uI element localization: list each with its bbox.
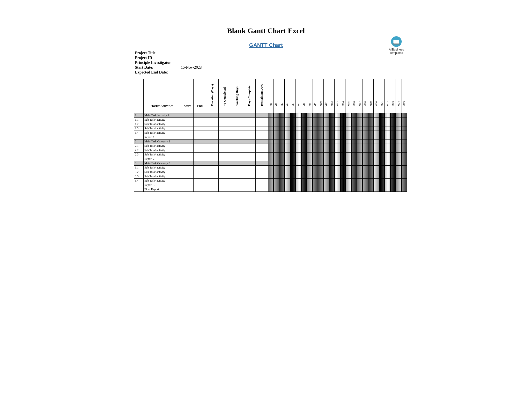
- col-month-8: M8: [307, 79, 313, 109]
- row-task: Report 2: [144, 157, 181, 161]
- row-id: 3.1: [134, 166, 144, 170]
- row-id: 2.1: [134, 144, 144, 148]
- col-pct-completed: % Completed: [218, 79, 231, 109]
- row-id: 3.3: [134, 174, 144, 179]
- col-month-2: M2: [274, 79, 279, 109]
- col-month-4: M4: [285, 79, 290, 109]
- table-row: 2.1Sub Task/ activity: [134, 144, 407, 148]
- row-id: 2.3: [134, 153, 144, 157]
- table-row: 3.4Sub Task/ activity: [134, 179, 407, 183]
- col-start: Start: [181, 79, 194, 109]
- col-month-22: M22: [385, 79, 390, 109]
- row-task: Main Task Category 3: [144, 161, 181, 166]
- col-month-21: M21: [379, 79, 385, 109]
- logo-text-1: AllBusiness: [389, 48, 404, 51]
- col-month-16: M16: [351, 79, 357, 109]
- row-id: 1.4: [134, 131, 144, 135]
- row-id: [134, 183, 144, 187]
- row-id: 1: [134, 113, 144, 118]
- row-id: 1.2: [134, 122, 144, 126]
- table-row: Report 2: [134, 157, 407, 161]
- col-working-days: Working Days: [231, 79, 243, 109]
- col-month-12: M12: [329, 79, 335, 109]
- table-row: 1.4Sub Task/ activity: [134, 131, 407, 135]
- col-month-18: M18: [362, 79, 368, 109]
- table-row: Report 1: [134, 135, 407, 140]
- table-row: 1Main Task/ activity 1: [134, 113, 407, 118]
- col-month-25: M25: [401, 79, 407, 109]
- row-task: Sub Task/ activity: [144, 153, 181, 157]
- meta-project-title-label: Project Title: [135, 51, 181, 55]
- col-month-20: M20: [374, 79, 379, 109]
- table-row: 1.1Sub Task/ activity: [134, 118, 407, 122]
- col-month-11: M11: [323, 79, 329, 109]
- col-month-23: M23: [390, 79, 396, 109]
- meta-start-date-value: 15-Nov-2023: [181, 65, 202, 70]
- col-month-6: M6: [296, 79, 301, 109]
- table-row: 3.1Sub Task/ activity: [134, 166, 407, 170]
- row-task: Sub Task/ activity: [144, 122, 181, 126]
- col-tasks: Tasks/ Activities: [144, 79, 181, 109]
- meta-end-date-label: Expected End Date:: [135, 70, 181, 75]
- row-task: Report 1: [144, 135, 181, 140]
- col-month-1: M1: [268, 79, 274, 109]
- row-task: Sub Task/ activity: [144, 126, 181, 131]
- col-month-15: M15: [346, 79, 351, 109]
- table-row: Final Report: [134, 187, 407, 192]
- row-task: Sub Task/ activity: [144, 118, 181, 122]
- row-task: Sub Task/ activity: [144, 144, 181, 148]
- row-id: 2: [134, 140, 144, 144]
- table-row: [134, 109, 407, 113]
- row-id: [134, 135, 144, 140]
- col-month-3: M3: [279, 79, 285, 109]
- row-id: 1.3: [134, 126, 144, 131]
- row-id: 2.2: [134, 148, 144, 153]
- meta-start-date-label: Start Date:: [135, 65, 181, 70]
- table-row: 3Main Task Category 3: [134, 161, 407, 166]
- table-row: 3.3Sub Task/ activity: [134, 174, 407, 179]
- col-month-5: M5: [290, 79, 296, 109]
- allbusinesstemplates-logo: AllBusiness Templates: [389, 36, 404, 55]
- col-month-17: M17: [357, 79, 362, 109]
- project-meta: Project Title Project ID Principle Inves…: [135, 51, 401, 75]
- table-row: Report 3: [134, 183, 407, 187]
- gantt-header-row: Tasks/ Activities Start End Duration (Da…: [134, 79, 407, 109]
- gantt-table: Tasks/ Activities Start End Duration (Da…: [134, 79, 407, 192]
- row-task: Main Task/ activity 1: [144, 113, 181, 118]
- row-task: Sub Task/ activity: [144, 148, 181, 153]
- col-id: [134, 79, 144, 109]
- col-month-10: M10: [318, 79, 323, 109]
- meta-project-id-label: Project ID: [135, 56, 181, 60]
- table-row: 2.2Sub Task/ activity: [134, 148, 407, 153]
- row-id: 3.4: [134, 179, 144, 183]
- col-month-14: M14: [340, 79, 346, 109]
- meta-pi-label: Principle Investigator: [135, 60, 181, 65]
- row-task: Sub Task/ activity: [144, 170, 181, 174]
- laptop-icon: [391, 36, 402, 47]
- col-duration: Duration (Days): [206, 79, 218, 109]
- row-id: [134, 157, 144, 161]
- table-row: 2.3Sub Task/ activity: [134, 153, 407, 157]
- page-title: Blank Gantt Chart Excel: [131, 27, 401, 35]
- row-id: 3: [134, 161, 144, 166]
- col-month-7: M7: [301, 79, 307, 109]
- col-month-24: M24: [396, 79, 401, 109]
- col-month-19: M19: [368, 79, 374, 109]
- table-row: 1.3Sub Task/ activity: [134, 126, 407, 131]
- col-days-complete: Days Complete: [243, 79, 256, 109]
- row-task: Main Task Category 2: [144, 140, 181, 144]
- row-task: Sub Task/ activity: [144, 179, 181, 183]
- row-task: Sub Task/ activity: [144, 166, 181, 170]
- row-task: Final Report: [144, 187, 181, 192]
- row-id: 1.1: [134, 118, 144, 122]
- gantt-chart-link[interactable]: GANTT Chart: [131, 42, 401, 48]
- logo-text-2: Templates: [389, 51, 404, 55]
- col-remaining-days: Remaining Days: [256, 79, 268, 109]
- row-task: Report 3: [144, 183, 181, 187]
- table-row: 3.2Sub Task/ activity: [134, 170, 407, 174]
- row-task: Sub Task/ activity: [144, 174, 181, 179]
- col-month-13: M13: [335, 79, 340, 109]
- table-row: 2Main Task Category 2: [134, 140, 407, 144]
- row-id: 3.2: [134, 170, 144, 174]
- row-id: [134, 187, 144, 192]
